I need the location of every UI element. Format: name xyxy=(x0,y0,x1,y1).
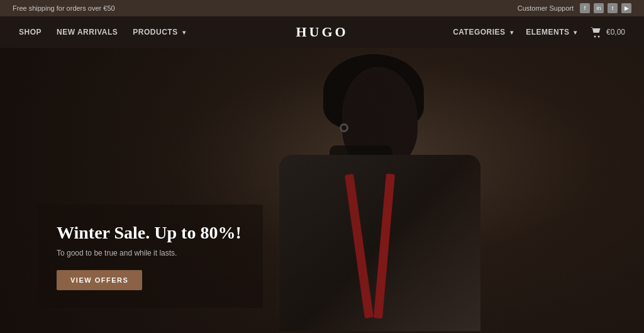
twitter-icon[interactable]: t xyxy=(608,3,618,13)
topbar: Free shipping for orders over €50 Custom… xyxy=(0,0,644,16)
nav-categories[interactable]: CATEGORIES xyxy=(453,28,513,37)
cart-price: €0,00 xyxy=(606,28,625,37)
shipping-text: Free shipping for orders over €50 xyxy=(13,4,115,12)
svg-point-1 xyxy=(597,36,599,38)
facebook-icon[interactable]: f xyxy=(580,3,590,13)
hero-section: Winter Sale. Up to 80%! To good to be tr… xyxy=(0,48,644,333)
nav-right: CATEGORIES ELEMENTS €0,00 xyxy=(453,26,625,38)
instagram-icon[interactable]: in xyxy=(594,3,604,13)
hero-content: Winter Sale. Up to 80%! To good to be tr… xyxy=(38,205,263,308)
nav-new-arrivals[interactable]: NEW ARRIVALS xyxy=(57,28,118,37)
topbar-right: Customer Support f in t ▶ xyxy=(518,3,631,13)
nav-products[interactable]: PRODUCTS xyxy=(133,28,186,37)
hero-subtitle: To good to be true and while it lasts. xyxy=(57,249,242,257)
view-offers-button[interactable]: VIEW OFFERS xyxy=(57,270,142,290)
social-icons: f in t ▶ xyxy=(580,3,631,13)
cart-icon-wrap xyxy=(590,26,602,38)
support-text[interactable]: Customer Support xyxy=(518,4,574,12)
site-logo[interactable]: HUGO xyxy=(296,24,348,40)
cart-area[interactable]: €0,00 xyxy=(590,26,625,38)
nav-left: SHOP NEW ARRIVALS PRODUCTS xyxy=(19,28,186,37)
hero-title: Winter Sale. Up to 80%! xyxy=(57,222,242,244)
youtube-icon[interactable]: ▶ xyxy=(621,3,631,13)
navbar: SHOP NEW ARRIVALS PRODUCTS HUGO CATEGORI… xyxy=(0,16,644,48)
cart-icon xyxy=(590,26,602,38)
svg-point-0 xyxy=(594,36,596,38)
nav-elements[interactable]: ELEMENTS xyxy=(526,28,577,37)
hero-box: Winter Sale. Up to 80%! To good to be tr… xyxy=(38,205,263,308)
nav-shop[interactable]: SHOP xyxy=(19,28,42,37)
